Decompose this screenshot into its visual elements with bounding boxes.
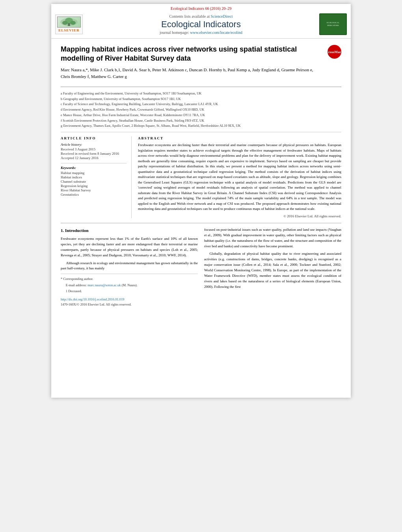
email-link[interactable]: marc.naura@soton.ac.uk: [87, 283, 121, 287]
authors: Marc Naura a,*, Mike J. Clark b,1, David…: [61, 67, 324, 80]
journal-header: Ecological Indicators 66 (2016) 20–29 EL…: [51, 4, 351, 39]
homepage-url[interactable]: www.elsevier.com/locate/ecolind: [190, 30, 242, 35]
journal-main-title: Ecological Indicators: [91, 19, 311, 30]
eco-indicators-logo: ECOLOGICAL INDICATORS: [319, 13, 347, 35]
keywords-section: Keywords: Habitat mapping Habitat indice…: [61, 163, 127, 196]
intro-col-right: focused on post-industrial issues such a…: [204, 227, 341, 308]
journal-top-link: Ecological Indicators 66 (2016) 20–29: [55, 6, 347, 11]
keyword-1: Habitat mapping: [61, 171, 127, 175]
issn-line: 1470-160X/© 2016 Elsevier Ltd. All right…: [61, 302, 132, 306]
article-history-label: Article history:: [61, 143, 127, 146]
keyword-6: Geostatistics: [61, 193, 127, 196]
article-content: Mapping habitat indices across river net…: [51, 39, 351, 313]
elsevier-tree-logo: [57, 17, 81, 28]
doi-link[interactable]: http://dx.doi.org/10.1016/j.ecolind.2016…: [61, 297, 125, 301]
affiliation-c: c Faculty of Science and Technology, Eng…: [61, 102, 341, 107]
keywords-title: Keywords:: [61, 166, 127, 170]
journal-banner: ELSEVIER Contents lists available at Sci…: [55, 12, 347, 37]
keyword-5: River Habitat Survey: [61, 188, 127, 192]
intro-number: 1.: [61, 228, 64, 233]
crossmark-icon: CrossMark: [326, 50, 343, 54]
email-note: E-mail address: marc.naura@soton.ac.uk (…: [61, 283, 198, 288]
doi-section: http://dx.doi.org/10.1016/j.ecolind.2016…: [61, 297, 198, 307]
homepage-label: journal homepage:: [160, 30, 189, 35]
journal-title-center: Contents lists available at ScienceDirec…: [83, 14, 319, 35]
affiliation-e: e Mance House, Arthur Drive, Hoo Farm In…: [61, 113, 341, 118]
keyword-4: Regression kriging: [61, 184, 127, 188]
keyword-3: Channel substrate: [61, 180, 127, 184]
article-title-text: Mapping habitat indices across river net…: [61, 45, 324, 83]
contents-available-line: Contents lists available at ScienceDirec…: [91, 14, 311, 19]
intro-para-1: Freshwater ecosystems represent less tha…: [61, 236, 198, 258]
info-abstract-section: ARTICLE INFO Article history: Received 3…: [61, 136, 341, 218]
corresponding-author-note: * Corresponding author.: [61, 276, 198, 282]
email-person-note: (M. Naura).: [122, 283, 138, 287]
sciencedirect-link[interactable]: ScienceDirect: [210, 14, 233, 19]
section-separator: [61, 223, 341, 223]
intro-col-left: 1. Introduction Freshwater ecosystems re…: [61, 227, 198, 308]
email-label: E-mail address:: [66, 283, 87, 287]
affiliation-f: f Scottish Environment Protection Agency…: [61, 118, 341, 123]
page: Ecological Indicators 66 (2016) 20–29 EL…: [51, 4, 351, 398]
intro-title: Introduction: [65, 228, 89, 233]
accepted-date: Accepted 12 January 2016: [61, 156, 127, 160]
homepage-line: journal homepage: www.elsevier.com/locat…: [91, 30, 311, 35]
svg-point-4: [70, 21, 76, 25]
deceased-note: 1 Deceased.: [61, 289, 198, 294]
journal-citation-link[interactable]: Ecological Indicators 66 (2016) 20–29: [171, 6, 231, 11]
svg-point-3: [62, 21, 68, 25]
affiliation-g: g Environment Agency, Thames East, Apoll…: [61, 123, 341, 128]
received-date: Received 3 August 2015: [61, 147, 127, 151]
keyword-2: Habitat indices: [61, 175, 127, 179]
article-info-column: ARTICLE INFO Article history: Received 3…: [61, 136, 132, 218]
article-title-section: Mapping habitat indices across river net…: [61, 45, 341, 87]
copyright-line: © 2016 Elsevier Ltd. All rights reserved…: [138, 214, 341, 218]
contents-text: Contents lists available at: [169, 14, 209, 19]
affiliation-a: a Faculty of Engineering and the Environ…: [61, 91, 341, 96]
revised-date: Received in revised form 8 January 2016: [61, 152, 127, 156]
article-title: Mapping habitat indices across river net…: [61, 45, 324, 63]
affiliation-d: d Environment Agency, Red Kite House, Ho…: [61, 107, 341, 112]
affiliations: a Faculty of Engineering and the Environ…: [61, 91, 341, 132]
elsevier-logo: ELSEVIER: [55, 15, 83, 34]
eco-logo-text: ECOLOGICAL INDICATORS: [320, 21, 346, 28]
article-info-heading: ARTICLE INFO: [61, 136, 127, 140]
body-text-section: 1. Introduction Freshwater ecosystems re…: [61, 227, 341, 308]
footnotes-section: * Corresponding author. E-mail address: …: [61, 274, 198, 294]
intro-heading: 1. Introduction: [61, 227, 198, 234]
abstract-heading: ABSTRACT: [138, 136, 341, 140]
intro-col2-para-1: focused on post-industrial issues such a…: [204, 227, 341, 249]
abstract-text: Freshwater ecosystems are declining fast…: [138, 143, 341, 212]
affiliation-b: b Geography and Environment, University …: [61, 96, 341, 102]
elsevier-text: ELSEVIER: [58, 28, 80, 32]
crossmark-badge: CrossMark: [328, 45, 341, 59]
intro-col2-para-2: Globally, degradation of physical habita…: [204, 251, 341, 290]
intro-para-2: Although research in ecology and environ…: [61, 261, 198, 272]
abstract-section: ABSTRACT Freshwater ecosystems are decli…: [138, 136, 341, 218]
